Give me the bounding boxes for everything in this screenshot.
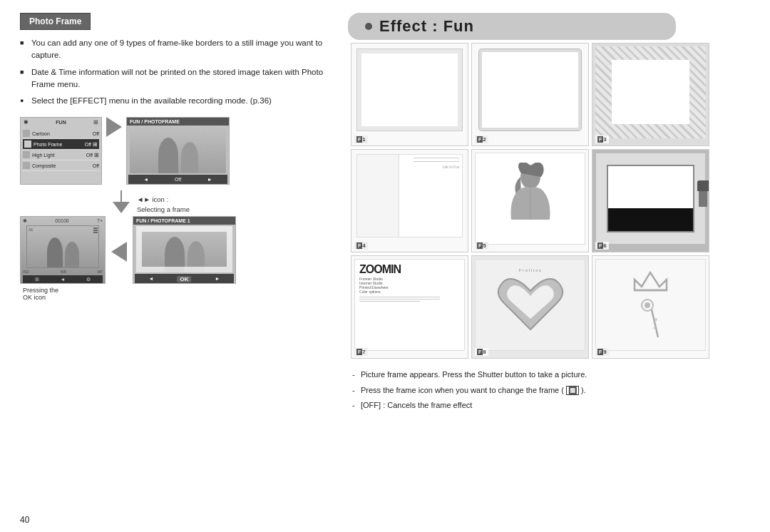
frame-8-visual: F r o l l r o c [475,259,585,351]
menu-item-photoframe: Photo Frame Off ⊞ [23,139,99,150]
right-panel: F1 F2 F3 [351,43,750,415]
down-arrow-icon [113,202,130,213]
arrow-right-1 [106,117,122,137]
camera-screen-3-wrapper: FUN / PHOTOFRAME 1 ◄ OK ► [133,216,236,284]
frame-icon-indicator: 🔲 [566,386,579,395]
frame-9-visual [595,259,706,351]
frame-4-label: F4 [354,242,368,250]
page-title-bar: Effect : Fun [348,13,676,40]
frame-4-left [357,155,399,237]
svg-line-5 [652,310,658,337]
frame-4-visual: Life In Fun [356,154,463,237]
frame-cell-5: F5 [471,149,589,252]
frame-3-visual [595,46,706,138]
frame-5-label: F5 [475,242,488,250]
screen2-title: FUN / PHOTOFRAME [127,118,229,126]
svg-point-6 [654,318,657,321]
frame-4-line-1 [414,158,460,158]
crown-icon [631,269,670,294]
icon-caption-subtext: Selecting a frame [137,205,190,213]
info-item-2: Date & Time information will not be prin… [20,66,348,91]
screen3-title: FUN / PHOTOFRAME 1 [133,217,235,225]
frame-5-visual [475,153,585,245]
heart-text: F r o l l r o c [519,268,542,272]
frame-cell-1: F1 [351,43,468,146]
page-title: Effect : Fun [379,17,474,36]
frame-cell-3: F3 [592,43,709,146]
frame-3-label: F3 [595,135,609,143]
camera-screen-3: FUN / PHOTOFRAME 1 ◄ OK ► [133,216,236,284]
screen2-off: Off [175,177,181,182]
frame-1-visual [357,49,462,131]
camera-screens-top: ✱ FUN ⊞ Cartoon Off Photo Frame Off ⊞ [20,117,348,185]
icon-caption-text: ◄► icon : [137,195,190,203]
frame-3-inner [612,60,689,124]
pressing-label: Pressing the OK icon [23,287,103,301]
frame-4-text: Life In Fun [443,165,460,169]
info-item-3: Select the [EFFECT] menu in the availabl… [20,95,348,107]
back-arrow-icon [111,242,127,262]
section-label: Photo Frame [20,13,91,30]
frame-6-black-bar [608,208,692,231]
camera-screen-2: FUN / PHOTOFRAME ◄ Off ► [126,117,230,185]
frame-7-visual: ZOOMIN Frontier StudioInternet StudioPri… [354,259,465,351]
frame-7-lines [359,297,460,302]
frame-7-label: F7 [354,348,368,356]
frame-4-line-2 [414,161,460,162]
frame-4-right: Life In Fun [399,155,463,237]
svg-point-7 [653,327,655,329]
note-1: Picture frame appears. Press the Shutter… [351,369,750,381]
title-dot [365,23,372,30]
pressing-line1: Pressing the [23,287,58,294]
frame-9-label: F9 [595,348,609,356]
frame-cell-4: Life In Fun F4 [351,149,468,252]
vert-line-1 [120,190,122,202]
camera-screen-4: ✱ 00100 7+ AE [20,216,106,284]
screen1-title: FUN [56,120,66,125]
left-panel: Photo Frame You can add any one of 9 typ… [20,13,348,301]
frame-cell-9: F9 [592,255,709,359]
frame-2-label: F2 [475,135,488,143]
frame-cell-2: F2 [471,43,589,146]
screen3-ok: OK [177,276,191,282]
frame-6-window [607,165,694,232]
page-number: 40 [20,515,29,525]
note-2: Press the frame icon when you want to ch… [351,384,750,397]
notes-list: Picture frame appears. Press the Shutter… [351,369,750,411]
frame-8-label: F8 [475,348,488,356]
frame-7-subtitle: Frontier StudioInternet StudioPrinted El… [359,277,460,294]
right-arrow-icon [106,117,122,137]
heart-frame-icon [495,272,566,337]
arrow-caption-area: ◄► icon : Selecting a frame [113,190,348,213]
silhouette-icon [505,163,555,234]
frame-2-visual [479,49,581,131]
menu-item-cartoon: Cartoon Off [23,128,99,139]
frame-cell-6: F6 [592,149,709,252]
screen1-menu: Cartoon Off Photo Frame Off ⊞ High Light… [21,127,101,173]
info-item-1: You can add any one of 9 types of frame-… [20,37,348,62]
note-3: [OFF] : Cancels the frame effect [351,399,750,411]
pressing-line2: OK icon [23,294,46,301]
menu-item-composite: Composite Off [23,160,99,171]
wand-icon [640,298,662,341]
frame-6-visual [595,153,706,245]
frame-cell-8: F r o l l r o c F8 [471,255,589,359]
frame-6-label: F6 [595,242,609,250]
info-list: You can add any one of 9 types of frame-… [20,37,348,107]
camera-screen-1: ✱ FUN ⊞ Cartoon Off Photo Frame Off ⊞ [20,117,102,185]
frame-1-label: F1 [354,135,368,143]
frame-7-title: ZOOMIN [359,264,460,275]
svg-point-4 [645,302,650,308]
camera-screen-4-wrapper: ✱ 00100 7+ AE [20,216,106,301]
menu-item-highlight: High Light Off ⊞ [23,150,99,160]
camera-screens-bottom: ✱ 00100 7+ AE [20,216,348,301]
frame-cell-7: ZOOMIN Frontier StudioInternet StudioPri… [351,255,468,359]
screen1-topbar: ✱ FUN ⊞ [21,118,101,127]
frames-grid: F1 F2 F3 [351,43,750,359]
